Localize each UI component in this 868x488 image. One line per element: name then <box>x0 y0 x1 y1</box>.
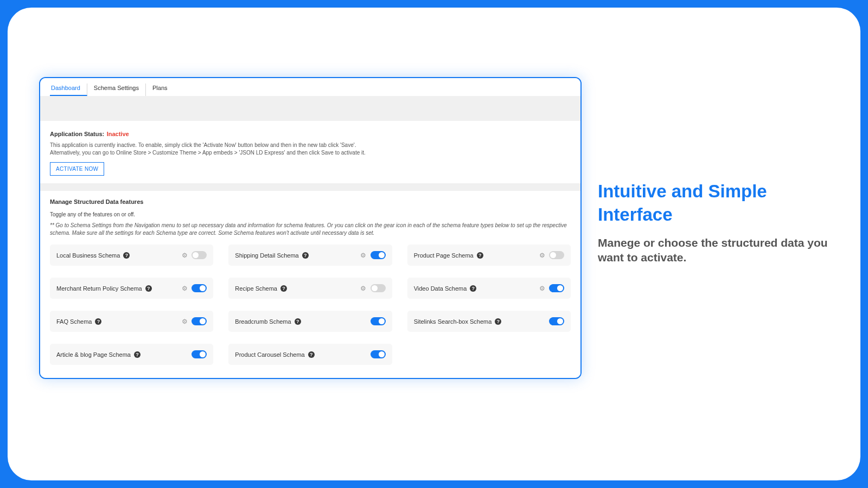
feature-card-recipe: Recipe Schema ? ⚙ <box>228 278 392 299</box>
status-section: Application Status: Inactive This applic… <box>40 121 580 183</box>
activate-now-button[interactable]: ACTIVATE NOW <box>50 162 104 176</box>
help-icon[interactable]: ? <box>470 285 476 292</box>
card-label: Sitelinks Search-box Schema <box>414 318 492 325</box>
card-label: Shipping Detail Schema <box>235 252 298 259</box>
help-icon[interactable]: ? <box>95 318 101 325</box>
help-icon[interactable]: ? <box>308 351 315 358</box>
feature-card-faq: FAQ Schema ? ⚙ <box>50 311 213 332</box>
toggle-merchant-return[interactable] <box>192 284 207 292</box>
status-value: Inactive <box>107 131 129 137</box>
feature-card-sitelinks: Sitelinks Search-box Schema ? <box>407 311 571 332</box>
promo-title: Intuitive and Simple Interface <box>598 180 829 227</box>
feature-card-article-blog: Article & blog Page Schema ? <box>50 344 213 365</box>
manage-subtitle: Toggle any of the features on or off. <box>50 211 571 217</box>
feature-card-merchant-return: Merchant Return Policy Schema ? ⚙ <box>50 278 213 299</box>
toggle-article-blog[interactable] <box>192 350 207 358</box>
gear-icon[interactable]: ⚙ <box>538 285 546 292</box>
toggle-product-page[interactable] <box>549 251 564 259</box>
tab-dashboard[interactable]: Dashboard <box>50 84 87 96</box>
gear-icon[interactable]: ⚙ <box>538 252 546 259</box>
toggle-product-carousel[interactable] <box>371 350 386 358</box>
feature-card-video-data: Video Data Schema ? ⚙ <box>407 278 571 299</box>
manage-note: ** Go to Schema Settings from the Naviga… <box>50 222 571 237</box>
help-icon[interactable]: ? <box>280 285 287 292</box>
toggle-shipping-detail[interactable] <box>371 251 386 259</box>
help-icon[interactable]: ? <box>295 318 301 325</box>
card-label: Product Carousel Schema <box>235 351 304 358</box>
feature-card-local-business: Local Business Schema ? ⚙ <box>50 245 213 266</box>
feature-card-shipping-detail: Shipping Detail Schema ? ⚙ <box>228 245 392 266</box>
card-label: Merchant Return Policy Schema <box>56 285 142 292</box>
manage-section: Manage Structured Data features Toggle a… <box>40 191 580 378</box>
toggle-sitelinks[interactable] <box>549 317 564 325</box>
help-icon[interactable]: ? <box>302 252 309 259</box>
feature-card-grid: Local Business Schema ? ⚙ Shipping Detai… <box>50 245 571 365</box>
tab-bar: Dashboard Schema Settings Plans <box>40 78 580 96</box>
status-desc-1: This application is currently inactive. … <box>50 142 571 149</box>
status-desc-2: Alternatively, you can go to Online Stor… <box>50 149 571 157</box>
feature-card-product-carousel: Product Carousel Schema ? <box>228 344 392 365</box>
card-label: FAQ Schema <box>56 318 92 325</box>
promo-card: Dashboard Schema Settings Plans Applicat… <box>8 8 860 480</box>
gear-icon[interactable]: ⚙ <box>360 285 367 292</box>
toggle-local-business[interactable] <box>192 251 207 259</box>
tab-schema-settings[interactable]: Schema Settings <box>87 84 146 96</box>
toggle-breadcrumb[interactable] <box>371 317 386 325</box>
gear-icon[interactable]: ⚙ <box>181 252 188 259</box>
gear-icon[interactable]: ⚙ <box>181 285 188 292</box>
manage-title: Manage Structured Data features <box>50 198 571 205</box>
card-label: Breadcrumb Schema <box>235 318 291 325</box>
card-label: Local Business Schema <box>56 252 120 259</box>
card-label: Article & blog Page Schema <box>56 351 131 358</box>
card-label: Product Page Schema <box>414 252 474 259</box>
gear-icon[interactable]: ⚙ <box>181 318 188 325</box>
feature-card-breadcrumb: Breadcrumb Schema ? <box>228 311 392 332</box>
feature-card-product-page: Product Page Schema ? ⚙ <box>407 245 571 266</box>
help-icon[interactable]: ? <box>495 318 501 325</box>
card-label: Recipe Schema <box>235 285 277 292</box>
help-icon[interactable]: ? <box>477 252 483 259</box>
help-icon[interactable]: ? <box>145 285 152 292</box>
help-icon[interactable]: ? <box>134 351 141 358</box>
promo-subtitle: Manege or choose the structured data you… <box>598 235 829 265</box>
status-label: Application Status: <box>50 131 104 137</box>
tab-plans[interactable]: Plans <box>146 84 174 96</box>
toggle-video-data[interactable] <box>549 284 564 292</box>
card-label: Video Data Schema <box>414 285 467 292</box>
divider-strip <box>40 183 580 191</box>
app-panel: Dashboard Schema Settings Plans Applicat… <box>39 77 582 379</box>
help-icon[interactable]: ? <box>123 252 130 259</box>
toggle-recipe[interactable] <box>371 284 386 292</box>
toggle-faq[interactable] <box>192 317 207 325</box>
divider-strip <box>40 96 580 121</box>
promo-text: Intuitive and Simple Interface Manege or… <box>598 77 829 379</box>
gear-icon[interactable]: ⚙ <box>360 252 367 259</box>
